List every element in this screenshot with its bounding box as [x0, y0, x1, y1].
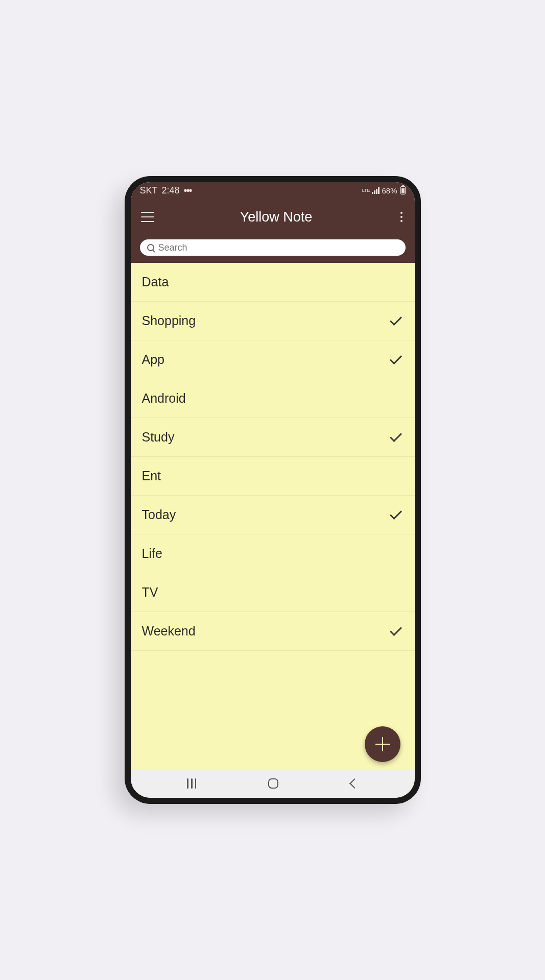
- add-note-button[interactable]: [365, 726, 400, 762]
- note-item[interactable]: Ent: [131, 457, 415, 496]
- search-wrap: [131, 235, 415, 263]
- note-label: Shopping: [142, 313, 196, 328]
- note-label: Data: [142, 275, 169, 289]
- nav-back-button[interactable]: [349, 778, 360, 789]
- note-item[interactable]: Android: [131, 379, 415, 418]
- status-right: LTE 68%: [362, 186, 406, 195]
- overflow-menu-icon[interactable]: [398, 210, 405, 224]
- check-icon: [389, 507, 401, 519]
- note-item[interactable]: Life: [131, 534, 415, 573]
- battery-icon: [400, 186, 406, 194]
- nav-home-button[interactable]: [268, 778, 278, 789]
- note-label: Android: [142, 391, 186, 406]
- status-more-icon: •••: [184, 185, 192, 197]
- note-label: Ent: [142, 469, 161, 483]
- check-icon: [389, 352, 401, 364]
- menu-icon[interactable]: [141, 212, 154, 222]
- search-bar[interactable]: [140, 239, 406, 256]
- note-label: TV: [142, 585, 158, 600]
- note-label: Life: [142, 546, 162, 561]
- note-label: App: [142, 352, 164, 367]
- network-label: LTE: [362, 188, 370, 193]
- nav-recent-button[interactable]: [187, 778, 196, 789]
- note-item[interactable]: Today: [131, 496, 415, 534]
- check-icon: [389, 623, 401, 635]
- system-nav-bar: [131, 769, 415, 798]
- note-item[interactable]: TV: [131, 573, 415, 612]
- carrier-label: SKT: [140, 185, 158, 196]
- note-item[interactable]: App: [131, 340, 415, 379]
- note-item[interactable]: Data: [131, 263, 415, 302]
- battery-percent: 68%: [382, 186, 397, 195]
- phone-frame: SKT 2:48 ••• LTE 68% Yellow Note: [125, 176, 421, 804]
- clock-label: 2:48: [162, 185, 180, 196]
- app-title: Yellow Note: [154, 209, 398, 225]
- note-label: Weekend: [142, 624, 196, 639]
- note-list[interactable]: DataShoppingAppAndroidStudyEntTodayLifeT…: [131, 263, 415, 769]
- note-item[interactable]: Weekend: [131, 612, 415, 651]
- check-icon: [389, 429, 401, 442]
- note-item[interactable]: Shopping: [131, 302, 415, 340]
- check-icon: [389, 313, 401, 325]
- status-bar: SKT 2:48 ••• LTE 68%: [131, 182, 415, 199]
- search-input[interactable]: [158, 242, 398, 253]
- status-left: SKT 2:48 •••: [140, 185, 192, 197]
- note-label: Today: [142, 507, 176, 522]
- search-icon: [147, 244, 154, 251]
- phone-screen: SKT 2:48 ••• LTE 68% Yellow Note: [131, 182, 415, 798]
- note-item[interactable]: Study: [131, 418, 415, 457]
- signal-icon: [372, 187, 380, 194]
- note-label: Study: [142, 430, 175, 445]
- app-bar: Yellow Note: [131, 199, 415, 235]
